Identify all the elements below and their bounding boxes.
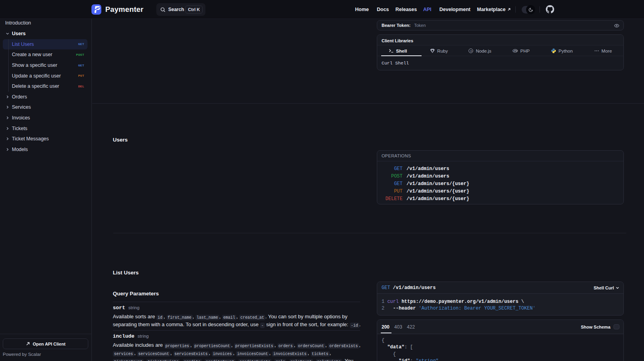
svg-text:php: php bbox=[513, 49, 517, 52]
svg-text:JS: JS bbox=[470, 50, 472, 52]
